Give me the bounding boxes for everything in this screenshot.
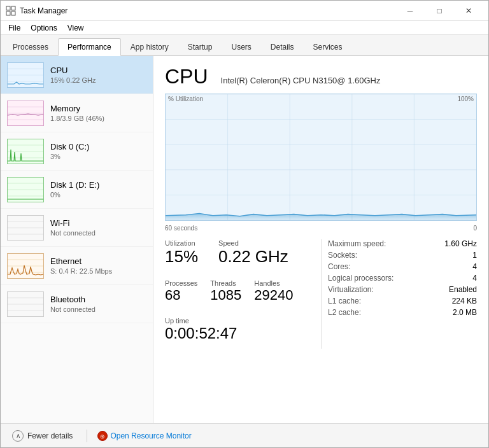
- svg-rect-2: [6, 11, 10, 15]
- resource-monitor-icon: ⊕: [97, 431, 108, 441]
- bluetooth-sub: Not connected: [50, 305, 146, 313]
- detail-header: CPU Intel(R) Celeron(R) CPU N3150@ 1.60G…: [165, 65, 477, 88]
- footer-separator: [87, 430, 87, 442]
- sidebar-item-wifi[interactable]: Wi-Fi Not connected: [1, 209, 153, 247]
- bluetooth-thumbnail: [7, 291, 44, 317]
- processes-label: Processes: [165, 279, 197, 287]
- info-row-logical: Logical processors: 4: [328, 274, 477, 283]
- sidebar-item-ethernet[interactable]: Ethernet S: 0.4 R: 22.5 Mbps: [1, 247, 153, 285]
- handles-value: 29240: [254, 287, 293, 304]
- info-row-virt: Virtualization: Enabled: [328, 285, 477, 294]
- svg-rect-1: [11, 6, 15, 10]
- processes-value: 68: [165, 287, 197, 304]
- processes-stat: Processes 68: [165, 279, 197, 304]
- menu-view[interactable]: View: [62, 22, 89, 34]
- stats-left: Utilization 15% Speed 0.22 GHz Processes…: [165, 239, 321, 349]
- chart-time-label: 60 seconds: [165, 225, 197, 232]
- tab-performance[interactable]: Performance: [58, 38, 121, 56]
- tab-app-history[interactable]: App history: [121, 38, 178, 56]
- sidebar-item-cpu[interactable]: CPU 15% 0.22 GHz: [1, 56, 153, 94]
- disk1-thumbnail: [7, 177, 44, 202]
- sidebar-item-disk0[interactable]: Disk 0 (C:) 3%: [1, 132, 153, 171]
- detail-title: CPU: [165, 65, 208, 88]
- sidebar-item-bluetooth[interactable]: Bluetooth Not connected: [1, 285, 153, 323]
- info-row-l1: L1 cache: 224 KB: [328, 297, 477, 305]
- bluetooth-label: Bluetooth: [50, 295, 146, 304]
- threads-label: Threads: [210, 279, 241, 287]
- uptime-stat: Up time 0:00:52:47: [165, 317, 308, 343]
- tab-startup[interactable]: Startup: [178, 38, 222, 56]
- speed-label: Speed: [218, 239, 288, 247]
- menu-file[interactable]: File: [3, 22, 25, 34]
- tab-users[interactable]: Users: [222, 38, 260, 56]
- chart-footer: 60 seconds 0: [165, 225, 477, 232]
- wifi-sub: Not connected: [50, 229, 146, 237]
- detail-subtitle: Intel(R) Celeron(R) CPU N3150@ 1.60GHz: [221, 76, 381, 85]
- tab-details[interactable]: Details: [261, 38, 304, 56]
- info-row-maxspeed: Maximum speed: 1.60 GHz: [328, 239, 477, 248]
- ethernet-sub: S: 0.4 R: 22.5 Mbps: [50, 267, 146, 275]
- sidebar-item-memory[interactable]: Memory 1.8/3.9 GB (46%): [1, 94, 153, 132]
- cpu-sub: 15% 0.22 GHz: [50, 76, 146, 84]
- speed-value: 0.22 GHz: [218, 247, 288, 267]
- disk0-thumbnail: [7, 139, 44, 164]
- svg-rect-0: [6, 6, 10, 10]
- disk1-label: Disk 1 (D: E:): [50, 180, 146, 190]
- maximize-button[interactable]: □: [425, 1, 454, 21]
- memory-label: Memory: [50, 104, 146, 113]
- window-title: Task Manager: [20, 6, 395, 15]
- task-manager-window: Task Manager ─ □ ✕ File Options View Pro…: [0, 0, 489, 448]
- ethernet-info: Ethernet S: 0.4 R: 22.5 Mbps: [50, 256, 146, 275]
- footer-bar: ∧ Fewer details ⊕ Open Resource Monitor: [1, 423, 488, 447]
- threads-stat: Threads 1085: [210, 279, 241, 304]
- wifi-label: Wi-Fi: [50, 218, 146, 228]
- memory-thumbnail: [7, 101, 44, 126]
- chart-svg: [166, 94, 476, 220]
- uptime-label: Up time: [165, 317, 308, 325]
- memory-info: Memory 1.8/3.9 GB (46%): [50, 104, 146, 122]
- stats-grid: Utilization 15% Speed 0.22 GHz Processes…: [165, 239, 477, 349]
- tab-services[interactable]: Services: [304, 38, 352, 56]
- detail-panel: CPU Intel(R) Celeron(R) CPU N3150@ 1.60G…: [153, 56, 488, 423]
- info-row-l2: L2 cache: 2.0 MB: [328, 308, 477, 317]
- window-controls: ─ □ ✕: [395, 1, 483, 21]
- cpu-label: CPU: [50, 66, 146, 75]
- chart-y-max: 100%: [457, 95, 474, 102]
- ethernet-label: Ethernet: [50, 256, 146, 266]
- open-resource-monitor-link[interactable]: ⊕ Open Resource Monitor: [97, 431, 191, 441]
- ethernet-thumbnail: [7, 253, 44, 279]
- sidebar: CPU 15% 0.22 GHz Memory 1.8/3.9 GB (4: [1, 56, 153, 423]
- title-bar: Task Manager ─ □ ✕: [1, 1, 488, 21]
- chart-y-label: % Utilization: [168, 95, 203, 102]
- tab-processes[interactable]: Processes: [3, 38, 58, 56]
- up-arrow-icon: ∧: [12, 430, 24, 442]
- fewer-details-label: Fewer details: [27, 431, 73, 440]
- memory-sub: 1.8/3.9 GB (46%): [50, 115, 146, 122]
- menu-bar: File Options View: [1, 21, 488, 35]
- fewer-details-button[interactable]: ∧ Fewer details: [8, 428, 76, 444]
- tabs-bar: Processes Performance App history Startu…: [1, 35, 488, 56]
- app-icon: [6, 6, 16, 16]
- uptime-value: 0:00:52:47: [165, 325, 308, 343]
- info-row-cores: Cores: 4: [328, 262, 477, 271]
- sidebar-item-disk1[interactable]: Disk 1 (D: E:) 0%: [1, 171, 153, 209]
- wifi-info: Wi-Fi Not connected: [50, 218, 146, 237]
- cpu-info: CPU 15% 0.22 GHz: [50, 66, 146, 84]
- disk1-info: Disk 1 (D: E:) 0%: [50, 180, 146, 199]
- info-row-sockets: Sockets: 1: [328, 251, 477, 260]
- main-content: CPU 15% 0.22 GHz Memory 1.8/3.9 GB (4: [1, 56, 488, 423]
- close-button[interactable]: ✕: [454, 1, 483, 21]
- svg-rect-3: [11, 11, 15, 15]
- handles-stat: Handles 29240: [254, 279, 293, 304]
- wifi-thumbnail: [7, 215, 44, 241]
- menu-options[interactable]: Options: [25, 22, 62, 34]
- speed-stat: Speed 0.22 GHz: [218, 239, 288, 267]
- cpu-chart: % Utilization 100%: [165, 94, 477, 221]
- utilization-stat: Utilization 15%: [165, 239, 198, 267]
- open-resource-monitor-label: Open Resource Monitor: [110, 431, 191, 440]
- utilization-label: Utilization: [165, 239, 198, 247]
- disk1-sub: 0%: [50, 191, 146, 199]
- disk0-label: Disk 0 (C:): [50, 142, 146, 151]
- minimize-button[interactable]: ─: [395, 1, 425, 21]
- stats-right: Maximum speed: 1.60 GHz Sockets: 1 Cores…: [321, 239, 477, 349]
